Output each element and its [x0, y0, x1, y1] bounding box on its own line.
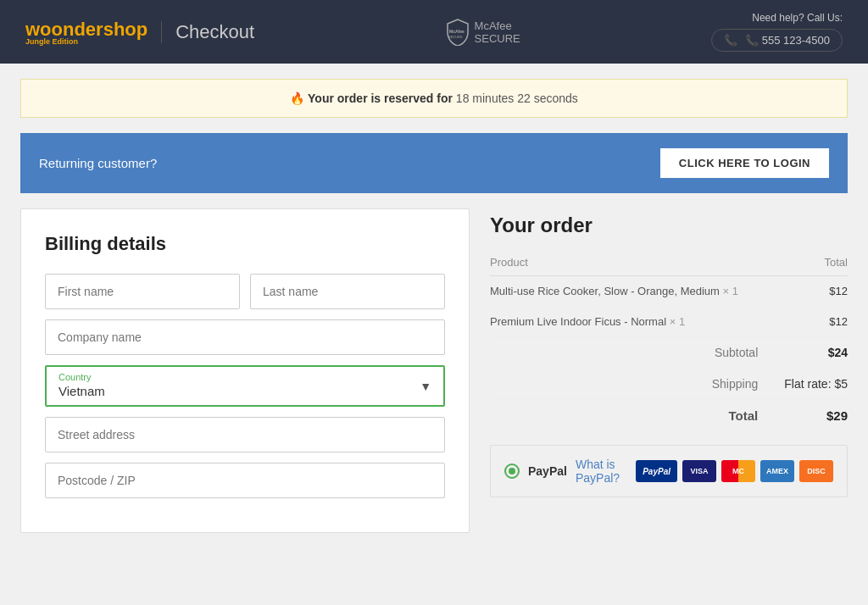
payment-logos: PayPal VISA MC AMEX DISC: [636, 460, 833, 482]
help-text: Need help? Call Us:: [711, 12, 843, 24]
shipping-row: Shipping Flat rate: $5: [490, 369, 848, 400]
order-table: Product Total Multi-use Rice Cooker, Slo…: [490, 251, 848, 431]
header-left: woondershop Jungle Edition Checkout: [25, 19, 254, 46]
item-name: Multi-use Rice Cooker, Slow - Orange, Me…: [490, 276, 775, 307]
phone-number: 📞 555 123-4500: [745, 34, 830, 47]
mcafee-badge: McAfee SECURE McAfeeSECURE: [446, 19, 520, 46]
brand-accent: shop: [103, 19, 148, 40]
order-footer: Subtotal $24 Shipping Flat rate: $5 Tota…: [490, 337, 848, 432]
returning-text: Returning customer?: [39, 156, 157, 170]
item-price: $12: [775, 307, 848, 337]
phone-icon: 📞: [724, 34, 737, 47]
total-row: Total $29: [490, 400, 848, 432]
subtotal-label: Subtotal: [490, 337, 775, 369]
first-name-input[interactable]: [45, 274, 240, 309]
radio-dot: [509, 468, 515, 475]
checkout-label: Checkout: [161, 21, 254, 43]
timer-value: 18 minutes 22 seconds: [456, 92, 578, 105]
street-group: [45, 417, 445, 452]
paypal-section: PayPal What is PayPal? PayPal VISA MC AM…: [490, 445, 848, 497]
shipping-value: Flat rate: $5: [775, 369, 848, 400]
street-input[interactable]: [45, 417, 445, 452]
discover-logo: DISC: [799, 460, 833, 482]
postcode-input[interactable]: [45, 463, 445, 498]
timer-text: Your order is reserved for 18 minutes 22…: [308, 92, 578, 105]
order-items: Multi-use Rice Cooker, Slow - Orange, Me…: [490, 276, 848, 337]
item-price: $12: [775, 276, 848, 307]
svg-text:SECURE: SECURE: [448, 35, 463, 39]
billing-title: Billing details: [45, 233, 445, 255]
name-row: [45, 274, 445, 309]
main-content: Billing details Country Vietnam United S…: [0, 208, 868, 558]
mcafee-shield-icon: McAfee SECURE: [446, 19, 470, 46]
order-header-row: Product Total: [490, 251, 848, 276]
paypal-label: PayPal: [528, 464, 567, 478]
item-name: Premium Live Indoor Ficus - Normal × 1: [490, 307, 775, 337]
header: woondershop Jungle Edition Checkout McAf…: [0, 0, 868, 64]
brand-text: woonder: [25, 19, 103, 40]
order-section: Your order Product Total Multi-use Rice …: [490, 208, 848, 533]
total-value: $29: [775, 400, 848, 432]
company-group: [45, 319, 445, 355]
login-button[interactable]: CLICK HERE TO LOGIN: [660, 148, 829, 178]
shipping-label: Shipping: [490, 369, 775, 400]
phone-button[interactable]: 📞 📞 555 123-4500: [711, 29, 843, 52]
company-row: [45, 319, 445, 355]
mastercard-logo: MC: [721, 460, 755, 482]
fire-icon: 🔥: [290, 92, 304, 105]
postcode-row: [45, 463, 445, 498]
country-wrapper: Country Vietnam United States United Kin…: [45, 365, 445, 407]
order-title: Your order: [490, 214, 848, 237]
first-name-group: [45, 274, 240, 309]
street-row: [45, 417, 445, 452]
subtotal-row: Subtotal $24: [490, 337, 848, 369]
total-label: Total: [490, 400, 775, 432]
table-row: Multi-use Rice Cooker, Slow - Orange, Me…: [490, 276, 848, 307]
logo: woondershop Jungle Edition: [25, 19, 147, 46]
postcode-group: [45, 463, 445, 498]
company-input[interactable]: [45, 319, 445, 355]
paypal-logo: PayPal: [636, 460, 677, 482]
timer-label: Your order is reserved for: [308, 92, 453, 105]
amex-logo: AMEX: [760, 460, 794, 482]
billing-section: Billing details Country Vietnam United S…: [20, 208, 470, 533]
last-name-input[interactable]: [250, 274, 445, 309]
country-label: Country: [47, 367, 443, 382]
returning-customer-bar: Returning customer? CLICK HERE TO LOGIN: [20, 133, 848, 193]
country-select[interactable]: Vietnam United States United Kingdom Aus…: [47, 382, 443, 405]
product-col-header: Product: [490, 251, 775, 276]
timer-banner: 🔥 Your order is reserved for 18 minutes …: [20, 79, 848, 118]
subtotal-value: $24: [775, 337, 848, 369]
total-col-header: Total: [775, 251, 848, 276]
visa-logo: VISA: [682, 460, 716, 482]
paypal-radio[interactable]: [504, 463, 520, 479]
last-name-group: [250, 274, 445, 309]
svg-text:McAfee: McAfee: [449, 29, 465, 34]
table-row: Premium Live Indoor Ficus - Normal × 1 $…: [490, 307, 848, 337]
help-section: Need help? Call Us: 📞 📞 555 123-4500: [711, 12, 843, 52]
what-is-paypal-link[interactable]: What is PayPal?: [576, 458, 627, 485]
